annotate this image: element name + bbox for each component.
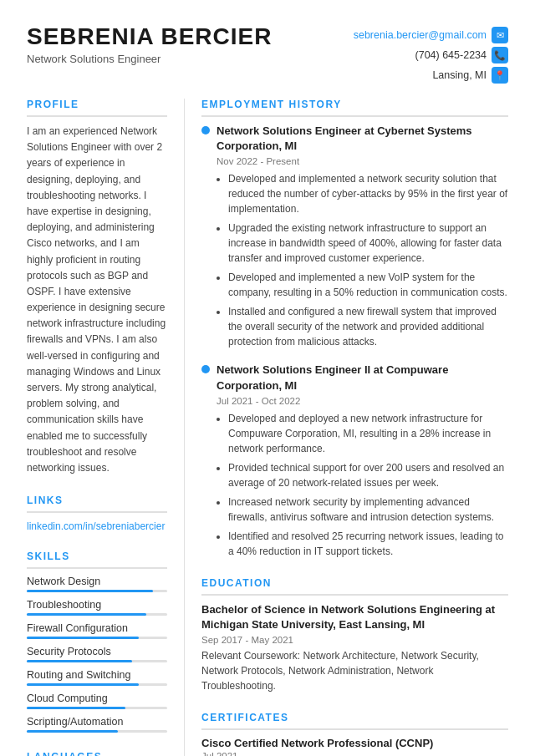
skill-bar-background <box>27 683 167 686</box>
job-bullet: Identified and resolved 25 recurring net… <box>228 529 508 559</box>
job-date: Jul 2021 - Oct 2022 <box>217 396 508 406</box>
cert-date: Jul 2021 <box>201 751 508 756</box>
skill-item: Cloud Computing <box>27 693 167 709</box>
linkedin-link-item: linkedin.com/in/sebreniabercier <box>27 520 167 532</box>
education-list: Bachelor of Science in Network Solutions… <box>201 602 508 693</box>
job-title: Network Solutions Engineer II at Compuwa… <box>201 363 508 393</box>
phone-number: (704) 645-2234 <box>415 49 487 61</box>
job-dot <box>201 126 210 134</box>
skill-item: Routing and Switching <box>27 669 167 686</box>
location-contact: Lansing, MI 📍 <box>432 67 508 84</box>
profile-section: PROFILE I am an experienced Network Solu… <box>27 99 167 476</box>
header: SEBRENIA BERCIER Network Solutions Engin… <box>0 0 535 99</box>
employment-section-title: EMPLOYMENT HISTORY <box>201 99 508 117</box>
edu-date: Sep 2017 - May 2021 <box>201 635 508 645</box>
skill-name: Network Design <box>27 576 167 587</box>
skill-bar-background <box>27 707 167 709</box>
skill-bar-fill <box>27 660 132 662</box>
cert-name: Cisco Certified Network Professional (CC… <box>201 737 508 749</box>
job-bullet: Developed and implemented a network secu… <box>228 171 508 216</box>
header-left: SEBRENIA BERCIER Network Solutions Engin… <box>27 23 272 65</box>
candidate-title: Network Solutions Engineer <box>27 53 272 65</box>
job-title-text: Network Solutions Engineer at Cybernet S… <box>217 124 508 154</box>
candidate-name: SEBRENIA BERCIER <box>27 23 272 50</box>
job-bullet: Developed and implemented a new VoIP sys… <box>228 270 508 300</box>
edu-degree: Bachelor of Science in Network Solutions… <box>201 602 508 632</box>
skill-bar-fill <box>27 730 118 733</box>
skill-item: Security Protocols <box>27 646 167 662</box>
skills-section-title: SKILLS <box>27 551 167 569</box>
education-section-title: EDUCATION <box>201 577 508 596</box>
skill-bar-fill <box>27 637 139 639</box>
skill-bar-background <box>27 613 167 616</box>
skill-bar-background <box>27 730 167 733</box>
job-bullets: Developed and implemented a network secu… <box>217 171 508 349</box>
skill-bar-fill <box>27 590 153 592</box>
languages-section-title: LANGUAGES <box>27 751 167 756</box>
job-bullet: Upgraded the existing network infrastruc… <box>228 221 508 266</box>
job-bullet: Provided technical support for over 200 … <box>228 460 508 490</box>
certificates-list: Cisco Certified Network Professional (CC… <box>201 737 508 756</box>
profile-text: I am an experienced Network Solutions En… <box>27 124 167 476</box>
header-right: sebrenia.bercier@gmail.com ✉ (704) 645-2… <box>354 27 508 84</box>
skill-name: Firewall Configuration <box>27 622 167 634</box>
phone-icon: 📞 <box>492 47 508 63</box>
skill-item: Network Design <box>27 576 167 592</box>
location-text: Lansing, MI <box>432 69 487 81</box>
skill-name: Cloud Computing <box>27 693 167 704</box>
skill-bar-background <box>27 637 167 639</box>
job-bullets: Developed and deployed a new network inf… <box>217 411 508 559</box>
certificates-section: CERTIFICATES Cisco Certified Network Pro… <box>201 712 508 756</box>
job-bullet: Increased network security by implementi… <box>228 495 508 525</box>
job-title-text: Network Solutions Engineer II at Compuwa… <box>217 363 508 393</box>
edu-coursework: Relevant Coursework: Network Architectur… <box>201 648 508 693</box>
languages-section: LANGUAGES English Bengali <box>27 751 167 756</box>
skill-bar-fill <box>27 613 146 616</box>
email-icon: ✉ <box>492 27 508 43</box>
profile-section-title: PROFILE <box>27 99 167 117</box>
job-title: Network Solutions Engineer at Cybernet S… <box>201 124 508 154</box>
right-column: EMPLOYMENT HISTORY Network Solutions Eng… <box>184 99 535 756</box>
certificates-section-title: CERTIFICATES <box>201 712 508 730</box>
skills-section: SKILLS Network Design Troubleshooting Fi… <box>27 551 167 733</box>
skill-bar-background <box>27 660 167 662</box>
linkedin-link[interactable]: linkedin.com/in/sebreniabercier <box>27 520 165 532</box>
skill-item: Troubleshooting <box>27 599 167 616</box>
jobs-list: Network Solutions Engineer at Cybernet S… <box>201 124 508 559</box>
email-contact: sebrenia.bercier@gmail.com ✉ <box>354 27 508 43</box>
links-section-title: LINKS <box>27 495 167 513</box>
certificate-entry: Cisco Certified Network Professional (CC… <box>201 737 508 756</box>
education-entry: Bachelor of Science in Network Solutions… <box>201 602 508 693</box>
job-entry: Network Solutions Engineer II at Compuwa… <box>201 363 508 558</box>
skill-name: Routing and Switching <box>27 669 167 681</box>
skill-bar-fill <box>27 707 125 709</box>
skill-name: Scripting/Automation <box>27 716 167 728</box>
skill-bar-fill <box>27 683 139 686</box>
job-entry: Network Solutions Engineer at Cybernet S… <box>201 124 508 349</box>
skill-name: Security Protocols <box>27 646 167 657</box>
links-section: LINKS linkedin.com/in/sebreniabercier <box>27 495 167 532</box>
skill-item: Firewall Configuration <box>27 622 167 639</box>
job-date: Nov 2022 - Present <box>217 156 508 166</box>
skill-name: Troubleshooting <box>27 599 167 611</box>
left-column: PROFILE I am an experienced Network Solu… <box>0 99 184 756</box>
job-bullet: Developed and deployed a new network inf… <box>228 411 508 456</box>
job-dot <box>201 365 210 373</box>
main-content: PROFILE I am an experienced Network Solu… <box>0 99 535 756</box>
email-link[interactable]: sebrenia.bercier@gmail.com <box>354 29 487 41</box>
employment-section: EMPLOYMENT HISTORY Network Solutions Eng… <box>201 99 508 559</box>
location-icon: 📍 <box>492 67 508 84</box>
education-section: EDUCATION Bachelor of Science in Network… <box>201 577 508 693</box>
skills-list: Network Design Troubleshooting Firewall … <box>27 576 167 733</box>
skill-item: Scripting/Automation <box>27 716 167 733</box>
skill-bar-background <box>27 590 167 592</box>
job-bullet: Installed and configured a new firewall … <box>228 304 508 349</box>
phone-contact: (704) 645-2234 📞 <box>415 47 508 63</box>
